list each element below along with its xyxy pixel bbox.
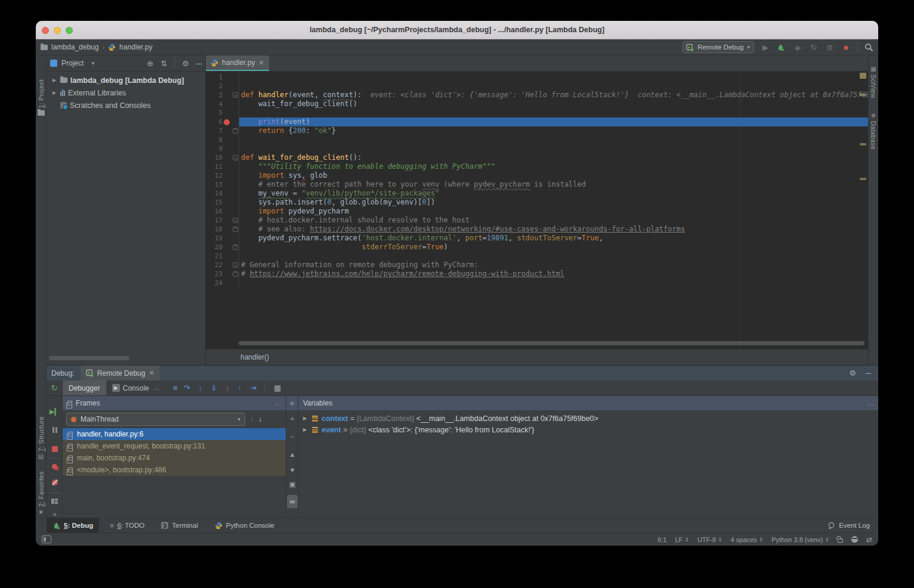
code-line[interactable]: 16 import pydevd_pycharm <box>206 207 868 216</box>
sidebar-item-1-project[interactable]: 1: Project <box>36 79 46 116</box>
force-step-into-icon[interactable]: ⇓ <box>211 384 217 392</box>
breakpoint-gutter[interactable] <box>223 153 232 162</box>
breakpoint-gutter[interactable] <box>223 207 232 216</box>
close-session-icon[interactable]: ✕ <box>149 369 154 377</box>
tab-debugger[interactable]: Debugger <box>63 380 106 395</box>
code-line[interactable]: 10⌄def wait_for_debug_client(): <box>206 153 868 162</box>
code-line[interactable]: 2 <box>206 82 868 91</box>
code-text[interactable]: def handler(event, context): event: <cla… <box>239 91 868 100</box>
frame-row[interactable]: main, bootstrap.py:474 <box>63 452 286 464</box>
hide-panel-icon[interactable]: ─ <box>196 59 202 68</box>
fold-open-icon[interactable]: ⌄ <box>233 218 238 223</box>
line-number[interactable]: 12 <box>206 171 223 180</box>
run-with-config-icon[interactable]: ≣ <box>825 44 835 51</box>
step-over-icon[interactable]: ↷ <box>184 384 190 392</box>
close-button[interactable] <box>42 27 49 34</box>
zoom-button[interactable] <box>66 27 73 34</box>
expand-arrow-icon[interactable]: ▶ <box>303 416 308 421</box>
search-everywhere-icon[interactable] <box>864 43 873 52</box>
breakpoint-dot[interactable] <box>224 119 230 125</box>
layout-options-icon[interactable]: ≡ <box>286 396 298 410</box>
tree-item[interactable]: ▶lambda_debug [Lambda Debug] <box>47 74 205 86</box>
restore-layout-icon[interactable] <box>47 499 63 504</box>
run-config-select[interactable]: Remote Debug ▾ <box>683 41 754 53</box>
code-line[interactable]: 15 sys.path.insert(0, glob.glob(my_venv)… <box>206 198 868 207</box>
code-text[interactable]: # see also: https://docs.docker.com/desk… <box>239 225 868 234</box>
status-widget[interactable]: UTF-8⇕ <box>697 536 722 543</box>
line-number[interactable]: 2 <box>206 82 223 91</box>
code-text[interactable]: wait_for_debug_client() <box>239 100 868 109</box>
run-to-cursor-icon[interactable]: ⇥ <box>250 384 257 392</box>
profile-icon[interactable]: ◈ <box>793 44 802 51</box>
code-text[interactable]: print(event) <box>239 117 868 126</box>
tool-window-switcher-icon[interactable] <box>42 536 51 543</box>
close-tab-icon[interactable]: ✕ <box>258 59 264 67</box>
add-watch-icon[interactable]: + <box>286 415 298 422</box>
breakpoint-gutter[interactable] <box>223 73 232 82</box>
float-mode-icon[interactable]: →․ <box>152 385 160 391</box>
code-line[interactable]: 23⌃# https://www.jetbrains.com/help/pych… <box>206 270 868 278</box>
sidebar-item-sciview[interactable]: ▦SciView <box>869 66 878 98</box>
line-number[interactable]: 7 <box>206 126 223 135</box>
code-line[interactable]: 18⌃ # see also: https://docs.docker.com/… <box>206 225 868 234</box>
hector-inspections-icon[interactable] <box>851 536 858 543</box>
duplicate-watch-icon[interactable]: ▣ <box>286 481 298 488</box>
breakpoint-gutter[interactable] <box>223 243 232 252</box>
code-line[interactable]: 17⌄ # host.docker.internal should resolv… <box>206 216 868 225</box>
code-text[interactable]: pydevd_pycharm.settrace('host.docker.int… <box>239 234 868 243</box>
hide-panel-icon[interactable]: ─ <box>866 369 871 377</box>
code-text[interactable] <box>239 109 868 117</box>
breakpoint-gutter[interactable] <box>223 117 232 126</box>
code-text[interactable]: # host.docker.internal should resolve to… <box>239 216 868 225</box>
frame-row[interactable]: handle_event_request, bootstrap.py:131 <box>63 440 286 452</box>
code-text[interactable] <box>239 252 868 261</box>
line-number[interactable]: 22 <box>206 261 223 270</box>
code-line[interactable]: 19 pydevd_pycharm.settrace('host.docker.… <box>206 234 868 243</box>
breakpoint-gutter[interactable] <box>223 189 232 198</box>
thread-select[interactable]: MainThread ▾ <box>66 413 245 426</box>
variable-row[interactable]: ▶event = {dict} <class 'dict'>: {'messag… <box>298 424 878 435</box>
code-line[interactable]: 21 <box>206 252 868 261</box>
breakpoint-gutter[interactable] <box>223 198 232 207</box>
editor-tab-handler-py[interactable]: handler.py ✕ <box>206 55 269 71</box>
code-text[interactable] <box>239 144 868 153</box>
show-watches-icon[interactable]: ∞ <box>286 495 298 508</box>
code-text[interactable] <box>239 278 868 287</box>
code-line[interactable]: 12 import sys, glob <box>206 171 868 180</box>
breakpoint-gutter[interactable] <box>223 234 232 243</box>
breakpoint-gutter[interactable] <box>223 135 232 144</box>
breadcrumb-function[interactable]: handler() <box>240 353 269 361</box>
code-text[interactable]: my_venv = "venv/lib/python*/site-package… <box>239 189 868 198</box>
code-text[interactable]: stderrToServer=True) <box>239 243 868 252</box>
layout-settings-icon[interactable]: ≡ <box>173 384 178 392</box>
code-text[interactable]: return {200: "ok"} <box>239 126 868 135</box>
code-text[interactable]: sys.path.insert(0, glob.glob(my_venv)[0]… <box>239 198 868 207</box>
fold-close-icon[interactable]: ⌃ <box>233 271 238 277</box>
toolwindow-tab-5-debug[interactable]: 5: Debug <box>47 518 99 533</box>
next-frame-icon[interactable]: ↓ <box>258 415 262 423</box>
breakpoint-gutter[interactable] <box>223 225 232 234</box>
code-line[interactable]: 3⌄def handler(event, context): event: <c… <box>206 91 868 100</box>
coverage-icon[interactable]: ↻ <box>809 44 819 51</box>
line-number[interactable]: 10 <box>206 153 223 162</box>
breakpoint-gutter[interactable] <box>223 216 232 225</box>
code-text[interactable] <box>239 73 868 82</box>
evaluate-expression-icon[interactable]: ▦ <box>274 384 281 392</box>
code-line[interactable]: 8 <box>206 135 868 144</box>
stop-icon[interactable]: ■ <box>841 44 851 51</box>
expand-arrow-icon[interactable]: ▶ <box>303 427 308 432</box>
status-widget[interactable]: LF⇕ <box>675 536 688 543</box>
breakpoint-gutter[interactable] <box>223 171 232 180</box>
smart-step-into-icon[interactable]: ↓ <box>226 384 230 392</box>
horizontal-scrollbar[interactable] <box>49 356 129 360</box>
breakpoint-gutter[interactable] <box>223 252 232 261</box>
line-number[interactable]: 11 <box>206 162 223 171</box>
tree-item[interactable]: ▶External Libraries <box>47 86 205 99</box>
resume-icon[interactable]: ▶▎ <box>47 408 63 416</box>
pause-icon[interactable] <box>47 427 63 433</box>
breakpoint-gutter[interactable] <box>223 126 232 135</box>
float-mode-icon[interactable]: →․ <box>273 400 281 407</box>
breakpoint-gutter[interactable] <box>223 162 232 171</box>
fold-close-icon[interactable]: ⌃ <box>233 128 238 134</box>
fold-close-icon[interactable]: ⌃ <box>233 227 238 232</box>
